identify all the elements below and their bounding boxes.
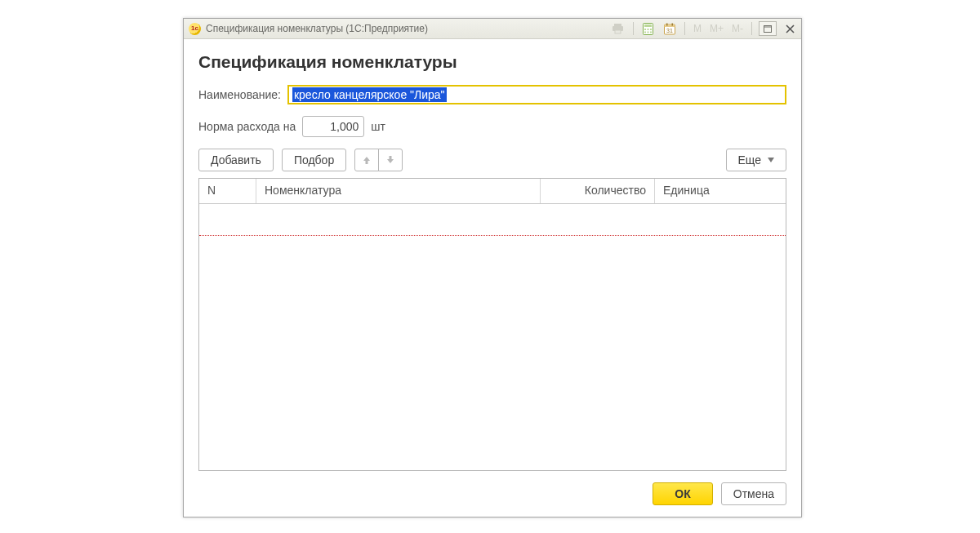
calendar-icon[interactable]: 31 — [662, 21, 678, 36]
svg-rect-14 — [671, 23, 673, 25]
app-logo-text: 1c — [191, 25, 198, 32]
client-area: Спецификация номенклатуры Наименование: … — [184, 39, 801, 517]
rate-unit: шт — [371, 120, 385, 133]
arrow-down-icon — [385, 155, 395, 165]
column-header-nomenclature[interactable]: Номенклатура — [256, 179, 541, 203]
svg-rect-6 — [648, 29, 649, 30]
pick-button-label: Подбор — [294, 153, 334, 167]
titlebar: 1c Спецификация номенклатуры (1С:Предпри… — [184, 19, 801, 39]
cancel-button[interactable]: Отмена — [721, 482, 786, 505]
titlebar-separator — [684, 22, 685, 35]
add-button[interactable]: Добавить — [198, 149, 274, 171]
svg-rect-4 — [644, 24, 652, 27]
name-row: Наименование: кресло канцелярское "Лира" — [198, 85, 786, 104]
titlebar-separator — [751, 22, 752, 35]
new-row-indicator — [199, 235, 786, 236]
svg-text:31: 31 — [666, 28, 673, 33]
ok-button-label: ОК — [675, 487, 690, 500]
table-header: N Номенклатура Количество Единица — [199, 179, 786, 204]
table-body[interactable] — [199, 204, 786, 470]
name-input-selection: кресло канцелярское "Лира" — [292, 87, 447, 102]
chevron-down-icon — [768, 158, 774, 162]
move-up-button[interactable] — [354, 149, 379, 171]
dialog-footer: ОК Отмена — [198, 471, 786, 505]
svg-rect-12 — [664, 24, 675, 27]
move-buttons-group — [354, 149, 403, 171]
svg-rect-13 — [666, 23, 668, 25]
move-down-button[interactable] — [378, 149, 403, 171]
rate-row: Норма расхода на шт — [198, 116, 786, 137]
column-header-n[interactable]: N — [199, 179, 256, 203]
page-title: Спецификация номенклатуры — [198, 52, 786, 72]
arrow-up-icon — [362, 155, 372, 165]
name-label: Наименование: — [198, 88, 281, 101]
svg-rect-10 — [650, 31, 652, 33]
table-toolbar: Добавить Подбор Еще — [198, 149, 786, 171]
app-window: 1c Спецификация номенклатуры (1С:Предпри… — [183, 18, 802, 517]
cancel-button-label: Отмена — [733, 487, 774, 500]
window-restore-button[interactable] — [759, 21, 777, 36]
column-header-unit[interactable]: Единица — [655, 179, 786, 203]
app-logo-icon: 1c — [189, 23, 201, 35]
svg-rect-9 — [648, 31, 649, 33]
svg-rect-2 — [615, 30, 621, 33]
memory-m-button[interactable]: M — [692, 23, 703, 34]
svg-rect-0 — [614, 24, 621, 26]
rate-label: Норма расхода на — [198, 120, 296, 133]
printer-icon[interactable] — [610, 21, 626, 36]
more-button[interactable]: Еще — [726, 149, 787, 171]
ok-button[interactable]: ОК — [653, 482, 712, 505]
rate-input[interactable] — [302, 116, 364, 137]
memory-mminus-button[interactable]: M- — [730, 23, 745, 34]
window-close-button[interactable] — [782, 21, 798, 36]
column-header-quantity[interactable]: Количество — [541, 179, 655, 203]
svg-rect-5 — [644, 29, 646, 30]
items-table: N Номенклатура Количество Единица — [198, 178, 786, 471]
calculator-icon[interactable] — [640, 21, 657, 36]
window-title: Спецификация номенклатуры (1С:Предприяти… — [206, 23, 428, 34]
memory-mplus-button[interactable]: M+ — [708, 23, 725, 34]
more-button-label: Еще — [738, 153, 762, 167]
svg-rect-7 — [650, 29, 652, 30]
pick-button[interactable]: Подбор — [282, 149, 346, 171]
svg-rect-8 — [644, 31, 646, 33]
name-input[interactable]: кресло канцелярское "Лира" — [287, 85, 786, 104]
titlebar-separator — [633, 22, 634, 35]
add-button-label: Добавить — [211, 153, 261, 167]
